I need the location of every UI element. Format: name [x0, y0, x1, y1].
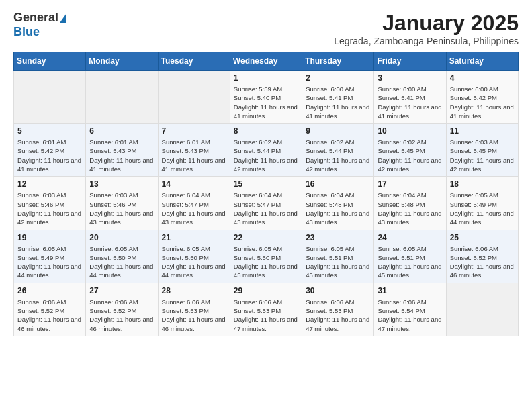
day-info: Sunrise: 6:02 AM Sunset: 5:44 PM Dayligh…	[234, 138, 298, 173]
day-info: Sunrise: 6:00 AM Sunset: 5:41 PM Dayligh…	[306, 85, 370, 120]
calendar-table: SundayMondayTuesdayWednesdayThursdayFrid…	[13, 52, 519, 336]
day-info: Sunrise: 6:03 AM Sunset: 5:46 PM Dayligh…	[17, 191, 82, 226]
calendar-cell: 7Sunrise: 6:01 AM Sunset: 5:43 PM Daylig…	[158, 124, 230, 177]
day-info: Sunrise: 6:06 AM Sunset: 5:52 PM Dayligh…	[450, 244, 515, 280]
calendar-cell: 12Sunrise: 6:03 AM Sunset: 5:46 PM Dayli…	[14, 177, 86, 230]
day-number: 13	[89, 179, 154, 189]
day-number: 4	[450, 73, 515, 83]
day-info: Sunrise: 6:03 AM Sunset: 5:45 PM Dayligh…	[450, 138, 515, 173]
calendar-cell: 16Sunrise: 6:04 AM Sunset: 5:48 PM Dayli…	[302, 177, 374, 230]
day-info: Sunrise: 6:01 AM Sunset: 5:43 PM Dayligh…	[89, 138, 154, 173]
day-number: 2	[306, 73, 370, 83]
day-info: Sunrise: 6:05 AM Sunset: 5:49 PM Dayligh…	[17, 244, 82, 280]
day-number: 16	[306, 179, 370, 189]
calendar-cell: 5Sunrise: 6:01 AM Sunset: 5:42 PM Daylig…	[14, 124, 86, 177]
weekday-header-monday: Monday	[86, 52, 158, 71]
day-number: 28	[162, 286, 226, 295]
day-info: Sunrise: 6:01 AM Sunset: 5:43 PM Dayligh…	[162, 138, 226, 173]
location-subtitle: Legrada, Zamboanga Peninsula, Philippine…	[334, 36, 519, 46]
day-info: Sunrise: 6:06 AM Sunset: 5:54 PM Dayligh…	[378, 298, 442, 333]
logo-general: General	[13, 11, 58, 25]
calendar-body: 1Sunrise: 5:59 AM Sunset: 5:40 PM Daylig…	[14, 71, 519, 336]
calendar-week-2: 5Sunrise: 6:01 AM Sunset: 5:42 PM Daylig…	[14, 124, 519, 177]
month-year-title: January 2025	[334, 11, 519, 36]
weekday-header-wednesday: Wednesday	[230, 52, 302, 71]
calendar-cell	[158, 71, 230, 124]
day-info: Sunrise: 6:04 AM Sunset: 5:48 PM Dayligh…	[378, 191, 442, 226]
day-number: 21	[162, 233, 226, 242]
day-number: 12	[17, 179, 82, 189]
day-info: Sunrise: 6:06 AM Sunset: 5:53 PM Dayligh…	[162, 298, 226, 333]
day-number: 20	[89, 233, 154, 242]
calendar-cell	[14, 71, 86, 124]
calendar-week-1: 1Sunrise: 5:59 AM Sunset: 5:40 PM Daylig…	[14, 71, 519, 124]
day-info: Sunrise: 6:05 AM Sunset: 5:50 PM Dayligh…	[89, 244, 154, 280]
day-info: Sunrise: 6:06 AM Sunset: 5:52 PM Dayligh…	[17, 298, 82, 333]
day-info: Sunrise: 6:00 AM Sunset: 5:41 PM Dayligh…	[378, 85, 442, 120]
day-info: Sunrise: 6:03 AM Sunset: 5:46 PM Dayligh…	[89, 191, 154, 226]
day-number: 7	[162, 126, 226, 136]
day-number: 5	[17, 126, 82, 136]
calendar-cell: 28Sunrise: 6:06 AM Sunset: 5:53 PM Dayli…	[158, 283, 230, 336]
calendar-cell: 11Sunrise: 6:03 AM Sunset: 5:45 PM Dayli…	[446, 124, 518, 177]
day-number: 17	[378, 179, 442, 189]
day-info: Sunrise: 6:04 AM Sunset: 5:47 PM Dayligh…	[234, 191, 298, 226]
day-number: 10	[378, 126, 442, 136]
page-header: General Blue January 2025 Legrada, Zambo…	[0, 0, 532, 52]
logo-blue: Blue	[13, 25, 40, 39]
weekday-header-thursday: Thursday	[302, 52, 374, 71]
day-number: 8	[234, 126, 298, 136]
day-info: Sunrise: 6:05 AM Sunset: 5:49 PM Dayligh…	[450, 191, 515, 226]
day-number: 14	[162, 179, 226, 189]
day-info: Sunrise: 6:05 AM Sunset: 5:50 PM Dayligh…	[162, 244, 226, 280]
weekday-header-friday: Friday	[374, 52, 446, 71]
calendar-cell: 29Sunrise: 6:06 AM Sunset: 5:53 PM Dayli…	[230, 283, 302, 336]
day-number: 19	[17, 233, 82, 242]
calendar-week-4: 19Sunrise: 6:05 AM Sunset: 5:49 PM Dayli…	[14, 230, 519, 283]
day-number: 6	[89, 126, 154, 136]
calendar-cell	[446, 283, 518, 336]
day-info: Sunrise: 6:05 AM Sunset: 5:51 PM Dayligh…	[306, 244, 370, 280]
day-number: 27	[89, 286, 154, 295]
day-number: 26	[17, 286, 82, 295]
calendar-cell: 21Sunrise: 6:05 AM Sunset: 5:50 PM Dayli…	[158, 230, 230, 283]
day-info: Sunrise: 6:06 AM Sunset: 5:52 PM Dayligh…	[89, 298, 154, 333]
day-info: Sunrise: 6:01 AM Sunset: 5:42 PM Dayligh…	[17, 138, 82, 173]
calendar-week-3: 12Sunrise: 6:03 AM Sunset: 5:46 PM Dayli…	[14, 177, 519, 230]
logo-icon	[60, 13, 66, 23]
day-info: Sunrise: 6:05 AM Sunset: 5:50 PM Dayligh…	[234, 244, 298, 280]
title-section: January 2025 Legrada, Zamboanga Peninsul…	[334, 11, 519, 46]
day-number: 15	[234, 179, 298, 189]
calendar-cell: 23Sunrise: 6:05 AM Sunset: 5:51 PM Dayli…	[302, 230, 374, 283]
calendar-cell: 6Sunrise: 6:01 AM Sunset: 5:43 PM Daylig…	[86, 124, 158, 177]
calendar-cell: 20Sunrise: 6:05 AM Sunset: 5:50 PM Dayli…	[86, 230, 158, 283]
calendar-cell: 2Sunrise: 6:00 AM Sunset: 5:41 PM Daylig…	[302, 71, 374, 124]
calendar-cell: 19Sunrise: 6:05 AM Sunset: 5:49 PM Dayli…	[14, 230, 86, 283]
day-number: 30	[306, 286, 370, 295]
calendar-week-5: 26Sunrise: 6:06 AM Sunset: 5:52 PM Dayli…	[14, 283, 519, 336]
day-number: 22	[234, 233, 298, 242]
logo: General Blue	[13, 11, 66, 39]
calendar-cell: 24Sunrise: 6:05 AM Sunset: 5:51 PM Dayli…	[374, 230, 446, 283]
day-info: Sunrise: 6:05 AM Sunset: 5:51 PM Dayligh…	[378, 244, 442, 280]
calendar-cell: 13Sunrise: 6:03 AM Sunset: 5:46 PM Dayli…	[86, 177, 158, 230]
day-info: Sunrise: 6:06 AM Sunset: 5:53 PM Dayligh…	[234, 298, 298, 333]
day-number: 23	[306, 233, 370, 242]
calendar-cell: 26Sunrise: 6:06 AM Sunset: 5:52 PM Dayli…	[14, 283, 86, 336]
calendar-cell: 4Sunrise: 6:00 AM Sunset: 5:42 PM Daylig…	[446, 71, 518, 124]
day-info: Sunrise: 6:02 AM Sunset: 5:45 PM Dayligh…	[378, 138, 442, 173]
calendar-cell: 31Sunrise: 6:06 AM Sunset: 5:54 PM Dayli…	[374, 283, 446, 336]
calendar-cell: 9Sunrise: 6:02 AM Sunset: 5:44 PM Daylig…	[302, 124, 374, 177]
calendar-cell: 22Sunrise: 6:05 AM Sunset: 5:50 PM Dayli…	[230, 230, 302, 283]
day-number: 25	[450, 233, 515, 242]
weekday-header-saturday: Saturday	[446, 52, 518, 71]
calendar-cell: 27Sunrise: 6:06 AM Sunset: 5:52 PM Dayli…	[86, 283, 158, 336]
day-info: Sunrise: 6:04 AM Sunset: 5:48 PM Dayligh…	[306, 191, 370, 226]
calendar-cell: 18Sunrise: 6:05 AM Sunset: 5:49 PM Dayli…	[446, 177, 518, 230]
calendar-cell: 10Sunrise: 6:02 AM Sunset: 5:45 PM Dayli…	[374, 124, 446, 177]
calendar-cell: 25Sunrise: 6:06 AM Sunset: 5:52 PM Dayli…	[446, 230, 518, 283]
weekday-header-tuesday: Tuesday	[158, 52, 230, 71]
day-number: 24	[378, 233, 442, 242]
calendar-cell: 3Sunrise: 6:00 AM Sunset: 5:41 PM Daylig…	[374, 71, 446, 124]
day-number: 9	[306, 126, 370, 136]
